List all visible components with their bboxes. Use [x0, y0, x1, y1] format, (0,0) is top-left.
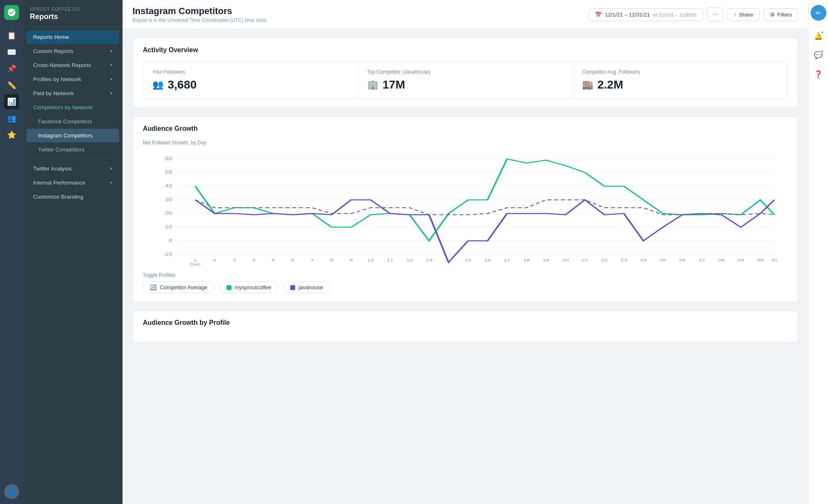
sidebar-item-twitter-analysis[interactable]: Twitter Analysis ▾ [26, 162, 119, 175]
rail-feed-icon[interactable]: 📋 [4, 28, 19, 43]
audience-growth-by-profile-title: Audience Growth by Profile [143, 319, 788, 326]
sidebar-item-custom-reports[interactable]: Custom Reports ▾ [26, 44, 119, 58]
svg-text:3: 3 [233, 258, 236, 262]
svg-text:12: 12 [406, 258, 413, 262]
help-button[interactable]: ❓ [811, 67, 826, 81]
svg-text:4: 4 [252, 258, 255, 262]
svg-text:1: 1 [194, 258, 197, 262]
competitor-avg-metric: Competitor Avg. Followers 🏬 2.2M [573, 62, 787, 99]
chevron-icon: ▾ [110, 62, 113, 68]
svg-text:23: 23 [621, 258, 628, 262]
more-options-button[interactable]: ··· [707, 7, 723, 22]
app-logo[interactable] [4, 5, 19, 20]
svg-text:16: 16 [484, 258, 491, 262]
svg-text:7: 7 [310, 258, 314, 262]
svg-text:27: 27 [698, 258, 705, 262]
notification-badge [821, 31, 824, 34]
messages-badge [821, 50, 824, 53]
filters-button[interactable]: ⚙ Filters [764, 8, 798, 21]
date-range-value: 12/1/21 – 12/31/21 vs 11/1/21 – 11/30/21 [605, 12, 697, 18]
javahouse-legend[interactable]: javahouse [283, 281, 330, 293]
svg-text:28: 28 [718, 258, 725, 262]
sidebar-item-competitors-by-network[interactable]: Competitors by Network [26, 101, 119, 114]
top-bar-left: Instagram Competitors Report is in the U… [132, 6, 266, 23]
svg-text:10: 10 [165, 225, 172, 229]
sidebar-item-paid-by-network[interactable]: Paid by Network ▾ [26, 86, 119, 100]
rail-reports-icon[interactable]: 📊 [4, 94, 19, 109]
nav-divider [30, 159, 116, 159]
svg-text:17: 17 [503, 258, 510, 262]
svg-text:22: 22 [601, 258, 608, 262]
chevron-icon: ▾ [110, 91, 113, 96]
svg-text:30: 30 [757, 258, 764, 262]
top-competitor-metric: Top Competitor (JavaHouse) 🏢 17M [358, 62, 573, 99]
right-bar: ✏ 🔔 💬 ❓ [808, 0, 828, 504]
sidebar-section-title: Reports [30, 12, 116, 21]
svg-text:15: 15 [465, 258, 472, 262]
svg-text:13: 13 [426, 258, 433, 262]
rail-tasks-icon[interactable]: 📌 [4, 61, 19, 76]
sidebar-header: Sprout Coffee Co. Reports [23, 0, 123, 26]
sidebar-item-customize-branding[interactable]: Customize Branding [26, 190, 119, 204]
competitor-avg-icon: 🔄 [150, 284, 156, 290]
sidebar-item-cross-network[interactable]: Cross-Network Reports ▾ [26, 58, 119, 72]
company-name: Sprout Coffee Co. [30, 7, 116, 12]
user-avatar[interactable]: 👤 [4, 484, 19, 499]
svg-text:20: 20 [562, 258, 569, 262]
top-competitor-label: Top Competitor (JavaHouse) [367, 69, 563, 75]
sidebar-item-facebook-competitors[interactable]: Facebook Competitors [26, 115, 119, 128]
competitor-avg-value-row: 🏬 2.2M [582, 78, 778, 91]
top-bar: Instagram Competitors Report is in the U… [123, 0, 808, 29]
share-icon: ↑ [734, 12, 737, 18]
sidebar-item-instagram-competitors[interactable]: Instagram Competitors [26, 129, 119, 142]
svg-text:40: 40 [165, 184, 172, 188]
icon-rail: 📋 ✉️ 📌 ✏️ 📊 👥 ⭐ 👤 [0, 0, 23, 504]
sidebar-item-internal-performance[interactable]: Internal Performance ▾ [26, 176, 119, 190]
rail-inbox-icon[interactable]: ✉️ [4, 45, 19, 60]
messages-button[interactable]: 💬 [811, 48, 826, 62]
sidebar-item-profiles-by-network[interactable]: Profiles by Network ▾ [26, 72, 119, 86]
svg-text:14: 14 [445, 258, 452, 262]
activity-overview-card: Activity Overview Your Followers 👥 3,680… [132, 38, 798, 108]
notifications-button[interactable]: 🔔 [811, 29, 826, 43]
svg-text:29: 29 [737, 258, 744, 262]
svg-text:24: 24 [640, 258, 647, 262]
share-button[interactable]: ↑ Share [727, 8, 759, 21]
svg-text:18: 18 [523, 258, 530, 262]
mysproutcoffee-dot [226, 285, 231, 290]
svg-text:60: 60 [165, 156, 172, 161]
svg-text:8: 8 [330, 258, 333, 262]
your-followers-value-row: 👥 3,680 [152, 78, 349, 91]
edit-button[interactable]: ✏ [811, 5, 826, 21]
competitor-avg-legend[interactable]: 🔄 Competitor Average [143, 281, 214, 293]
chart-container: 60 50 40 30 20 10 0 -10 1 [143, 151, 788, 266]
rail-compose-icon[interactable]: ✏️ [4, 78, 19, 93]
followers-icon: 👥 [152, 79, 164, 90]
competitor-avg-label: Competitor Avg. Followers [582, 69, 778, 75]
svg-text:Dec: Dec [190, 262, 201, 266]
date-range-button[interactable]: 📅 12/1/21 – 12/31/21 vs 11/1/21 – 11/30/… [589, 8, 703, 21]
rail-star-icon[interactable]: ⭐ [4, 127, 19, 142]
calendar-icon: 📅 [595, 12, 602, 18]
svg-text:6: 6 [291, 258, 294, 262]
rail-social-icon[interactable]: 👥 [4, 111, 19, 126]
top-competitor-value: 17M [383, 78, 405, 91]
svg-text:31: 31 [771, 258, 778, 262]
sidebar: Sprout Coffee Co. Reports Reports Home C… [23, 0, 123, 504]
top-competitor-value-row: 🏢 17M [367, 78, 563, 91]
svg-text:5: 5 [272, 258, 275, 262]
your-followers-label: Your Followers [152, 69, 349, 75]
sidebar-nav: Reports Home Custom Reports ▾ Cross-Netw… [23, 26, 123, 207]
mysproutcoffee-legend[interactable]: mysproutcoffee [219, 281, 279, 293]
main-content: Instagram Competitors Report is in the U… [123, 0, 808, 504]
svg-text:9: 9 [349, 258, 353, 262]
svg-text:26: 26 [679, 258, 686, 262]
top-competitor-icon: 🏢 [367, 79, 378, 90]
svg-text:0: 0 [168, 238, 172, 243]
chevron-icon: ▾ [110, 166, 113, 171]
audience-growth-title: Audience Growth [143, 125, 788, 132]
svg-text:2: 2 [213, 258, 217, 262]
sidebar-item-twitter-competitors[interactable]: Twitter Competitors [26, 143, 119, 156]
svg-text:30: 30 [165, 197, 172, 202]
sidebar-item-reports-home[interactable]: Reports Home [26, 30, 119, 44]
